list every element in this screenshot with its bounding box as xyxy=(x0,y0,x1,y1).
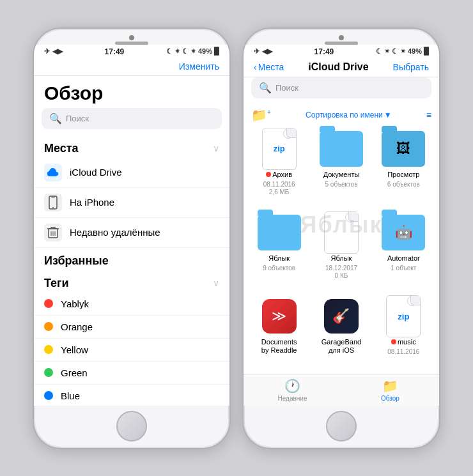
tab-browse-right[interactable]: 📁 Обзор xyxy=(341,378,439,402)
yablyk1-folder-icon xyxy=(258,215,301,250)
sort-chevron: ▼ xyxy=(384,111,392,119)
status-left-left: ✈ ◀▶ xyxy=(44,47,63,56)
battery-pct-right: ☾ ✴ 49% ▉ xyxy=(392,47,429,56)
search-icon-right: 🔍 xyxy=(259,82,272,94)
file-item-music[interactable]: zip ↑ music 08.11.2016 xyxy=(375,296,433,369)
back-chevron-right: ‹ xyxy=(254,62,257,72)
automator-name: Automator xyxy=(387,254,420,263)
list-item-trash[interactable]: Недавно удалённые xyxy=(34,218,229,248)
battery-pct-left: ☾ ✴ 49% ▉ xyxy=(182,47,219,56)
arhiv-upload-badge: ↑ xyxy=(283,128,293,139)
readdle-icon-symbol: ≫ xyxy=(272,308,286,325)
arhiv-zip-icon: zip ↑ xyxy=(262,128,297,170)
status-left-right: ✈ ◀▶ xyxy=(254,47,272,56)
arhiv-name: Архив xyxy=(266,171,292,179)
readdle-name: Documentsby Readdle xyxy=(261,338,297,355)
nav-bar-left: Изменить xyxy=(34,58,229,76)
file-item-view[interactable]: 🖼 Просмотр 6 объектов xyxy=(375,129,433,209)
status-right-left: ☾ ✴ ☾ ✴ 49% ▉ xyxy=(166,47,219,56)
yablyk2-icon-wrap: ↑ xyxy=(318,213,364,252)
nav-action-right[interactable]: Выбрать xyxy=(393,62,429,72)
search-bar-left[interactable]: 🔍 Поиск xyxy=(42,108,222,129)
screen-left: ✈ ◀▶ 17:49 ☾ ✴ ☾ ✴ 49% ▉ Изменить Обзор … xyxy=(34,45,229,406)
tag-yablyk[interactable]: Yablyk xyxy=(34,293,229,316)
new-folder-icon[interactable]: 📁+ xyxy=(251,107,271,123)
file-item-yablyk2[interactable]: ↑ Яблык 18.12.20170 КБ xyxy=(312,213,370,293)
nav-back-label-right: Места xyxy=(258,62,284,72)
tag-yellow[interactable]: Yellow xyxy=(34,339,229,362)
scene: ✈ ◀▶ 17:49 ☾ ✴ ☾ ✴ 49% ▉ Изменить Обзор … xyxy=(20,15,453,462)
automator-folder-icon: 🤖 xyxy=(382,215,425,250)
iphone-icon xyxy=(44,194,62,211)
list-item-icloud[interactable]: iCloud Drive xyxy=(34,158,229,188)
file-item-readdle[interactable]: ≫ Documentsby Readdle xyxy=(250,296,308,369)
file-item-automator[interactable]: 🤖 Automator 1 объект xyxy=(375,213,433,293)
nav-action-left[interactable]: Изменить xyxy=(179,61,219,72)
file-item-docs[interactable]: Документы 5 объектов xyxy=(312,129,370,209)
wifi-icon-right: ◀▶ xyxy=(262,47,272,56)
music-red-dot xyxy=(391,339,396,344)
sort-label: Сортировка по имени xyxy=(306,111,383,119)
sort-button[interactable]: Сортировка по имени ▼ xyxy=(306,111,392,119)
home-button-left[interactable] xyxy=(116,411,147,441)
status-bar-left: ✈ ◀▶ 17:49 ☾ ✴ ☾ ✴ 49% ▉ xyxy=(34,45,229,58)
favorites-title: Избранные xyxy=(44,254,109,268)
arhiv-red-dot xyxy=(266,172,271,177)
wifi-icon-left: ◀▶ xyxy=(52,47,63,56)
icloud-label: iCloud Drive xyxy=(70,167,122,178)
tag-orange[interactable]: Orange xyxy=(34,316,229,339)
camera-left xyxy=(129,35,134,40)
file-item-garageband[interactable]: 🎸 GarageBandдля iOS xyxy=(312,296,370,369)
time-right: 17:49 xyxy=(314,47,334,56)
status-right-right: ☾ ✴ ☾ ✴ 49% ▉ xyxy=(376,47,429,56)
recents-label-right: Недавние xyxy=(278,395,307,402)
trash-label: Недавно удалённые xyxy=(70,227,160,238)
icloud-icon xyxy=(44,164,62,181)
tag-dot-green xyxy=(44,368,53,377)
search-bar-right[interactable]: 🔍 Поиск xyxy=(251,77,431,98)
tags-section-header: Теги ∨ xyxy=(34,270,229,293)
moon-icon-right: ☾ xyxy=(376,47,382,56)
tag-orange-label: Orange xyxy=(61,321,93,332)
tag-blue-label: Blue xyxy=(61,390,80,401)
large-title-left: Обзор xyxy=(34,76,229,108)
airplane-icon-right: ✈ xyxy=(254,47,260,56)
home-button-right[interactable] xyxy=(326,411,357,441)
view-name: Просмотр xyxy=(387,171,419,179)
bt-icon-right: ✴ xyxy=(384,47,390,56)
music-meta: 08.11.2016 xyxy=(387,348,419,356)
nav-title-right: iCloud Drive xyxy=(308,61,368,73)
garageband-name: GarageBandдля iOS xyxy=(322,338,361,355)
file-item-arhiv[interactable]: zip ↑ Архив 08.11.20162,6 МБ xyxy=(250,129,308,209)
search-placeholder-right: Поиск xyxy=(275,83,299,93)
arhiv-icon-wrap: zip ↑ xyxy=(256,129,302,169)
file-item-yablyk1[interactable]: Яблык 9 объектов xyxy=(250,213,308,293)
airplane-icon-left: ✈ xyxy=(44,47,50,56)
tag-green-label: Green xyxy=(61,367,88,378)
tag-dot-yellow xyxy=(44,345,53,354)
tag-dot-blue xyxy=(44,391,53,400)
tag-blue[interactable]: Blue xyxy=(34,385,229,406)
nav-back-right[interactable]: ‹ Места xyxy=(254,62,284,72)
iphone-right: ✈ ◀▶ 17:49 ☾ ✴ ☾ ✴ 49% ▉ ‹ Места iCloud … xyxy=(242,27,440,449)
tag-green[interactable]: Green xyxy=(34,362,229,385)
list-item-iphone[interactable]: На iPhone xyxy=(34,188,229,218)
view-folder-icon: 🖼 xyxy=(382,131,425,167)
view-icon-wrap: 🖼 xyxy=(380,129,426,169)
trash-icon xyxy=(44,224,62,242)
search-placeholder-left: Поиск xyxy=(66,114,89,123)
iphone-top-right xyxy=(244,29,439,45)
docs-icon-wrap xyxy=(318,129,364,169)
search-icon-left: 🔍 xyxy=(49,112,62,125)
tag-yellow-label: Yellow xyxy=(61,344,88,355)
tags-title: Теги xyxy=(44,277,69,290)
places-section-header: Места ∨ xyxy=(34,135,229,158)
places-chevron: ∨ xyxy=(213,143,219,153)
automator-meta: 1 объект xyxy=(391,265,416,272)
yablyk2-name: Яблык xyxy=(331,254,352,263)
arhiv-meta: 08.11.20162,6 МБ xyxy=(263,181,295,196)
music-zip-icon: zip ↑ xyxy=(386,295,421,337)
tab-recents-right[interactable]: 🕐 Недавние xyxy=(244,378,341,402)
music-name: music xyxy=(391,338,416,346)
grid-view-toggle[interactable]: ≡ xyxy=(426,110,431,120)
